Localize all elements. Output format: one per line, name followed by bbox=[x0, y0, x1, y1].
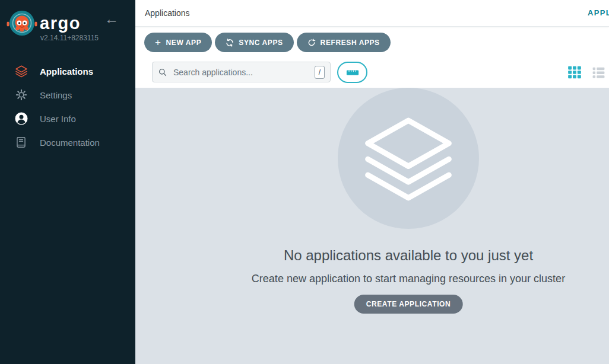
main-area: Applications APPLICATIONS + NEW APP SYNC… bbox=[135, 0, 609, 364]
new-app-button[interactable]: + NEW APP bbox=[144, 33, 212, 52]
sync-icon bbox=[226, 39, 234, 47]
argo-cd-window: argo v2.14.11+8283115 ← Applications bbox=[0, 0, 609, 364]
sidebar-item-label: Settings bbox=[40, 90, 72, 100]
list-view-toggle[interactable] bbox=[591, 65, 606, 80]
grid-view-toggle[interactable] bbox=[567, 65, 582, 80]
sidebar-item-label: Applications bbox=[40, 66, 93, 76]
sidebar-item-documentation[interactable]: Documentation bbox=[0, 130, 135, 154]
breadcrumb: Applications bbox=[145, 8, 190, 18]
list-icon bbox=[591, 72, 606, 82]
sidebar-item-user-info[interactable]: User Info bbox=[0, 107, 135, 130]
create-application-button[interactable]: CREATE APPLICATION bbox=[354, 295, 463, 314]
ruler-icon bbox=[346, 69, 359, 76]
plus-icon: + bbox=[155, 37, 161, 47]
toolbar: + NEW APP SYNC APPS bbox=[144, 33, 391, 52]
gear-icon bbox=[14, 88, 28, 103]
applications-content-panel: No applications available to you just ye… bbox=[135, 88, 609, 364]
sidebar: argo v2.14.11+8283115 ← Applications bbox=[0, 0, 135, 364]
argo-octopus-logo-icon bbox=[7, 9, 37, 40]
brand-name: argo bbox=[40, 14, 81, 33]
version-label: v2.14.11+8283115 bbox=[40, 34, 99, 42]
filter-toggle-button[interactable] bbox=[337, 62, 367, 83]
new-app-button-label: NEW APP bbox=[166, 39, 202, 47]
sync-apps-button-label: SYNC APPS bbox=[239, 39, 283, 47]
refresh-apps-button[interactable]: REFRESH APPS bbox=[297, 33, 391, 52]
user-icon bbox=[14, 111, 28, 126]
refresh-apps-button-label: REFRESH APPS bbox=[321, 39, 380, 47]
empty-state-title: No applications available to you just ye… bbox=[284, 247, 533, 264]
refresh-icon bbox=[307, 39, 316, 47]
top-nav-applications-link[interactable]: APPLICATIONS bbox=[588, 8, 609, 17]
empty-state-subtitle: Create new application to start managing… bbox=[252, 273, 565, 285]
sidebar-item-label: Documentation bbox=[40, 138, 100, 148]
collapse-sidebar-arrow-icon[interactable]: ← bbox=[104, 12, 119, 26]
sidebar-item-label: User Info bbox=[40, 114, 76, 124]
sidebar-item-applications[interactable]: Applications bbox=[0, 59, 135, 83]
empty-state-circle bbox=[338, 88, 479, 229]
book-icon bbox=[14, 135, 28, 150]
search-box: / bbox=[152, 62, 331, 82]
top-bar: Applications APPLICATIONS bbox=[135, 0, 609, 27]
sidebar-nav: Applications Settings bbox=[0, 59, 135, 154]
search-input[interactable] bbox=[172, 67, 315, 78]
layers-large-icon bbox=[356, 106, 461, 211]
sync-apps-button[interactable]: SYNC APPS bbox=[215, 33, 293, 52]
search-icon bbox=[158, 68, 167, 77]
slash-shortcut-hint: / bbox=[315, 66, 325, 79]
grid-icon bbox=[567, 72, 582, 82]
sidebar-item-settings[interactable]: Settings bbox=[0, 83, 135, 107]
layers-icon bbox=[14, 64, 28, 79]
